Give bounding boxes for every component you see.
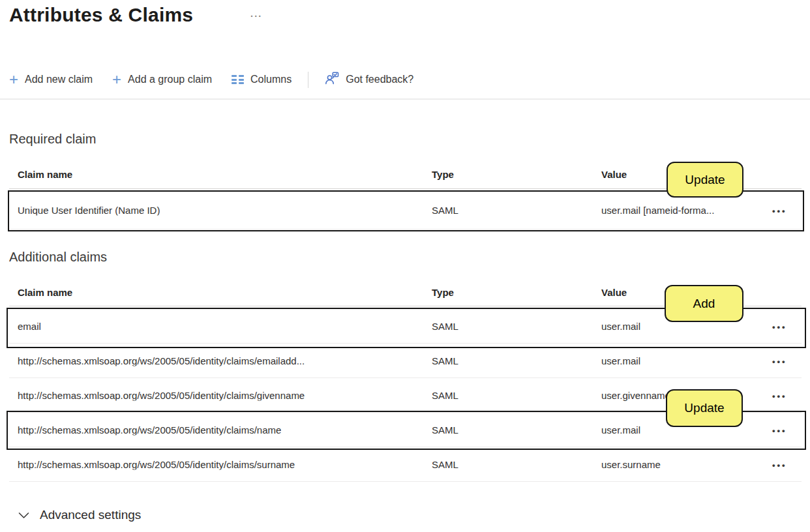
claim-name-cell: Unique User Identifier (Name ID) [18, 204, 160, 215]
plus-icon: + [9, 72, 18, 87]
table-row[interactable]: Unique User Identifier (Name ID) SAML us… [9, 190, 802, 229]
table-row[interactable]: http://schemas.xmlsoap.org/ws/2005/05/id… [9, 377, 802, 413]
row-menu-button[interactable]: ••• [768, 387, 791, 403]
additional-claims-heading: Additional claims [9, 250, 107, 265]
got-feedback-label: Got feedback? [346, 74, 413, 85]
command-bar: + Add new claim + Add a group claim Colu… [9, 66, 423, 93]
row-menu-button[interactable]: ••• [768, 352, 791, 368]
row-menu-button[interactable]: ••• [768, 421, 791, 437]
table-row[interactable]: http://schemas.xmlsoap.org/ws/2005/05/id… [9, 343, 802, 378]
claim-name-cell: email [18, 320, 41, 331]
ellipsis-icon: ••• [772, 321, 787, 331]
table-row[interactable]: http://schemas.xmlsoap.org/ws/2005/05/id… [9, 412, 802, 447]
required-header-rule [9, 188, 802, 189]
add-new-claim-button[interactable]: + Add new claim [9, 72, 102, 87]
add-new-claim-label: Add new claim [25, 74, 93, 85]
title-more-menu[interactable]: ··· [250, 11, 263, 22]
value-cell: user.surname [601, 458, 661, 469]
ellipsis-icon: ••• [772, 356, 787, 366]
toolbar-divider-line [0, 98, 810, 100]
value-cell: user.mail [601, 355, 640, 366]
columns-button[interactable]: Columns [222, 74, 301, 85]
row-menu-button[interactable]: ••• [768, 201, 791, 218]
ellipsis-icon: ••• [772, 205, 787, 215]
required-claim-heading: Required claim [9, 132, 96, 147]
page-title: Attributes & Claims [9, 4, 193, 26]
required-col-value: Value [601, 169, 627, 180]
additional-col-type: Type [432, 287, 454, 298]
type-cell: SAML [432, 320, 458, 331]
value-cell: user.mail [601, 424, 640, 435]
claim-name-cell: http://schemas.xmlsoap.org/ws/2005/05/id… [18, 424, 281, 435]
row-menu-button[interactable]: ••• [768, 318, 791, 334]
ellipsis-icon: ••• [772, 391, 787, 400]
chevron-down-icon [18, 508, 29, 522]
columns-label: Columns [250, 74, 292, 85]
table-row[interactable]: email SAML user.mail ••• [9, 308, 802, 344]
type-cell: SAML [432, 424, 458, 435]
claim-name-cell: http://schemas.xmlsoap.org/ws/2005/05/id… [18, 458, 295, 469]
required-col-type: Type [432, 169, 454, 180]
attributes-claims-page: Attributes & Claims ··· + Add new claim … [0, 0, 810, 532]
plus-icon: + [112, 72, 121, 87]
got-feedback-button[interactable]: Got feedback? [315, 72, 423, 87]
ellipsis-icon: ••• [772, 425, 787, 435]
type-cell: SAML [432, 458, 458, 469]
required-col-claim-name: Claim name [18, 169, 72, 180]
type-cell: SAML [432, 204, 458, 215]
additional-header-rule [9, 306, 802, 306]
toolbar-divider [308, 72, 308, 88]
add-group-claim-label: Add a group claim [128, 74, 212, 85]
value-cell: user.givenname [601, 389, 670, 400]
claim-name-cell: http://schemas.xmlsoap.org/ws/2005/05/id… [18, 389, 305, 400]
row-menu-button[interactable]: ••• [768, 456, 791, 472]
value-cell: user.mail [601, 320, 640, 331]
claim-name-cell: http://schemas.xmlsoap.org/ws/2005/05/id… [18, 355, 305, 366]
advanced-settings-expander[interactable]: Advanced settings [18, 508, 141, 522]
additional-col-value: Value [601, 287, 627, 298]
table-row[interactable]: http://schemas.xmlsoap.org/ws/2005/05/id… [9, 447, 802, 482]
columns-icon [232, 75, 244, 84]
add-group-claim-button[interactable]: + Add a group claim [102, 72, 222, 87]
value-cell: user.mail [nameid-forma... [601, 204, 714, 215]
type-cell: SAML [432, 355, 458, 366]
advanced-settings-label: Advanced settings [40, 508, 141, 522]
additional-col-claim-name: Claim name [18, 287, 72, 298]
type-cell: SAML [432, 389, 458, 400]
feedback-icon [325, 72, 339, 87]
ellipsis-icon: ••• [772, 460, 787, 469]
